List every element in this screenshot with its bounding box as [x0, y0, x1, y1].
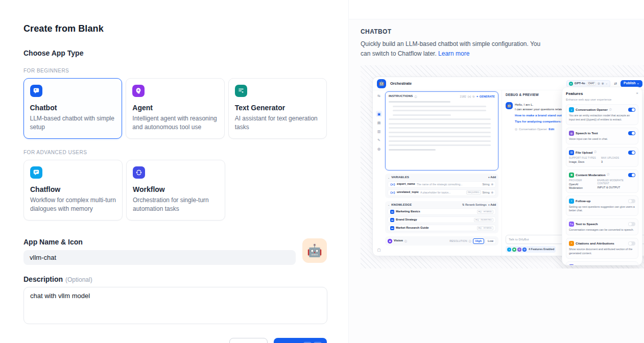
feature-dot-icon: ▣ [512, 248, 516, 252]
vision-icon: ◉ [388, 239, 392, 243]
mini-vision-row: ◉ Vision ⓘ RESOLUTION ⓘ High Low [385, 236, 498, 246]
toggle [628, 241, 635, 246]
app-icon-picker-button[interactable]: 🤖 [302, 238, 327, 263]
variable-row: {x} unrelated_topic A placeholder for to… [388, 189, 496, 196]
info-icon: ⓘ [414, 95, 417, 99]
variable-icon: {x} [390, 183, 395, 186]
feature-dot-icon: ▤ [522, 248, 527, 252]
text-generator-icon [235, 85, 247, 97]
app-type-desc: AI assistant for text generation tasks [235, 114, 320, 132]
app-type-title: Text Generator [235, 104, 320, 112]
placeholder-line [389, 132, 491, 133]
knowledge-row: ▬ Marketing Basics HQ · HYBRID [388, 208, 496, 215]
description-textarea[interactable]: chat with vllm model [23, 287, 327, 324]
page-title: Create from Blank [23, 23, 327, 34]
app-type-card-chatflow[interactable]: Chatflow Workflow for complex multi-turn… [23, 160, 123, 220]
cancel-button[interactable]: Cancel [229, 338, 268, 343]
copy-icon: ⧉ [472, 95, 474, 99]
info-icon: ⓘ [607, 173, 609, 176]
features-enabled-bar: ◖ ▣ ◍ ▤ 4 Features Enabled [506, 246, 556, 253]
placeholder-line [389, 118, 491, 120]
conversation-opener-icon: ◖ [569, 107, 574, 112]
chevron-down-icon: ⌄ [637, 81, 639, 85]
modal-footer: No ideas? Check out our templates → Canc… [23, 338, 327, 343]
retrieval-badge: HQ · HYBRID [477, 210, 494, 214]
tune-icon: ⇄ [614, 81, 617, 86]
preview-top-strip [349, 0, 644, 19]
content-moderation-icon: ▣ [569, 173, 574, 178]
mic-icon: ◍ [598, 82, 600, 85]
preview-description: Quickly build an LLM-based chatbot with … [361, 39, 551, 58]
suggestion-link: How to make a brand stand out? [515, 113, 564, 117]
advanced-cards-row: Chatflow Workflow for complex multi-turn… [23, 160, 327, 220]
toggle [628, 108, 635, 112]
retrieval-badge: HQ · HYBRID [477, 226, 494, 230]
variable-icon: {x} [390, 191, 395, 194]
app-type-desc: LLM-based chatbot with simple setup [30, 114, 116, 132]
app-type-card-text-generator[interactable]: Text Generator AI assistant for text gen… [228, 78, 327, 139]
app-type-desc: Workflow for complex multi-turn dialogue… [30, 196, 116, 214]
feature-item: ▤ File Upload ⓘ SUPPORT FILE TYPESImage,… [566, 147, 638, 167]
rail-prompt-icon: ▣ [376, 111, 382, 117]
workflow-icon [133, 166, 145, 179]
settings-icon: ◉ [602, 82, 604, 85]
description-optional-label: (Optional) [65, 276, 92, 283]
citations-icon: ❝ [569, 241, 574, 246]
create-button[interactable]: Create ⌘ ↵ [274, 338, 327, 343]
toggle [628, 265, 635, 265]
add-variable-button: + Add [488, 176, 496, 179]
app-type-desc: Orchestration for single-turn automation… [133, 196, 219, 214]
for-beginners-label: FOR BEGINNERS [23, 68, 327, 74]
model-provider-icon: ✦ [569, 82, 573, 86]
create-app-modal: Create from Blank Choose App Type FOR BE… [0, 0, 644, 343]
description-label-row: Description (Optional) [23, 275, 327, 283]
dataset-icon: ▬ [390, 210, 394, 214]
sparkle-icon: ✦ [476, 95, 479, 99]
preview-image-area: 🤖 Orchestrate ✦ GPT-4o CHAT ◍ ◉ ⌄ ⇄ [361, 65, 644, 268]
placeholder-line [389, 149, 436, 151]
rail-globe-icon: ◍ [376, 145, 382, 152]
toggle [628, 199, 635, 203]
mini-variables-section: ⌄ VARIABLES + Add {x} expert_name The na… [385, 174, 498, 198]
app-type-card-agent[interactable]: Agent Intelligent agent with reasoning a… [126, 78, 224, 139]
placeholder-line [389, 136, 491, 137]
required-badge: REQUIRED [466, 190, 481, 194]
feature-item: ◖ Conversation Opener ⓘ You are an entit… [566, 104, 638, 125]
bot-avatar: 🤖 [506, 102, 513, 109]
variable-settings-icon: ⊕ [491, 191, 493, 194]
mini-orchestrate-column: INSTRUCTIONS ⓘ 2182 {x} ⧉ ✦GENERATE [385, 90, 502, 256]
app-type-card-chatbot[interactable]: Chatbot LLM-based chatbot with simple se… [23, 78, 122, 139]
knowledge-row: ▬ Brand Strategy HQ · INVERTED [388, 216, 496, 223]
toggle [628, 173, 635, 177]
mini-model-selector: ✦ GPT-4o CHAT ◍ ◉ ⌄ [566, 80, 610, 87]
app-name-label: App Name & Icon [23, 238, 296, 246]
learn-more-link[interactable]: Learn more [438, 50, 469, 57]
app-type-card-workflow[interactable]: Workflow Orchestration for single-turn a… [126, 160, 225, 220]
placeholder-line [393, 114, 451, 116]
app-type-title: Agent [132, 104, 218, 112]
feature-item: ◍ Speech to Text Voice input can be used… [566, 128, 638, 144]
placeholder-line [389, 123, 491, 125]
features-panel: Features × Enhance web app user experien… [562, 87, 642, 265]
beginner-cards-row: Chatbot LLM-based chatbot with simple se… [23, 78, 327, 139]
annotation-reply-icon: ▣ [569, 264, 574, 265]
toggle [628, 222, 635, 226]
mini-publish-button: Publish⌄ [621, 80, 642, 87]
mini-instructions-box: INSTRUCTIONS ⓘ 2182 {x} ⧉ ✦GENERATE [385, 91, 498, 170]
caret-down-icon: ⌄ [388, 203, 390, 207]
text-to-speech-icon: T≋ [569, 222, 574, 227]
resolution-low-option: Low [485, 238, 496, 244]
app-type-title: Workflow [133, 185, 219, 193]
rail-bottom-icon: ▢ [376, 247, 382, 253]
app-type-desc: Intelligent agent with reasoning and aut… [132, 114, 218, 132]
feature-item: ▣ Annotation Reply [566, 261, 638, 265]
app-name-input[interactable] [23, 250, 296, 265]
mini-app-icon: 🤖 [377, 79, 386, 88]
placeholder-line [389, 140, 491, 142]
rail-image-icon: ▤ [376, 119, 382, 126]
generate-button: ✦GENERATE [476, 95, 495, 99]
feature-item: ▣ Content Moderation ⓘ PROVIDEROpenAI Mo… [566, 169, 638, 193]
mini-left-rail: ⇆ ▣ ▤ ▥ ✎ ◍ ▢ [373, 90, 385, 256]
variable-settings-icon: ⊕ [491, 183, 493, 186]
rail-doc-icon: ▥ [376, 128, 382, 134]
